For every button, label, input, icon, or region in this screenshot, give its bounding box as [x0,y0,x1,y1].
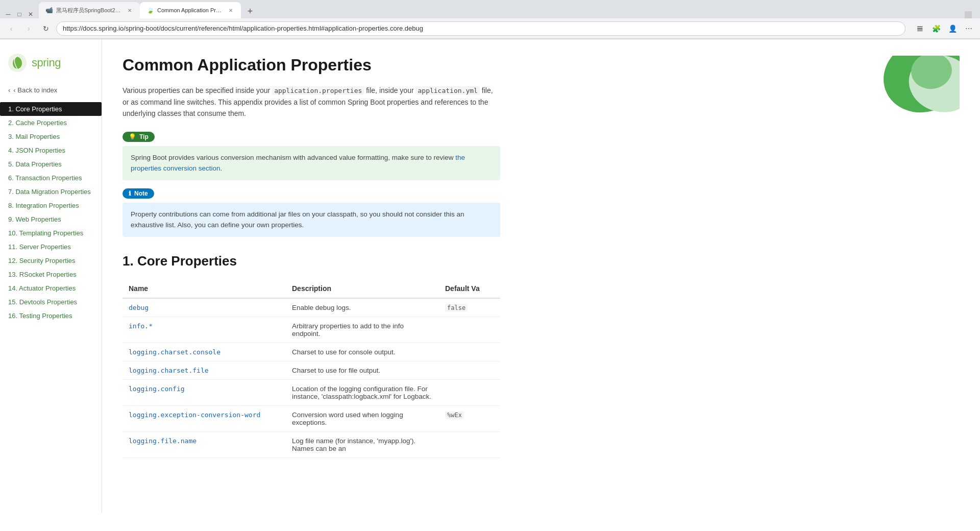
forward-button[interactable]: › [21,21,36,36]
note-body: Property contributions can come from add… [122,203,500,237]
prop-default-cell: %wEx [439,405,500,431]
prop-name-cell: logging.config [122,379,286,405]
refresh-button[interactable]: ↻ [39,21,53,36]
sidebar-item-core[interactable]: 1. Core Properties [0,102,102,116]
browser-control-1 [965,11,972,18]
page-wrapper: spring ‹ ‹ Back to index 1. Core Propert… [0,39,980,513]
intro-code-1: application.properties [272,86,364,95]
tab-favicon-other: 📹 [45,6,53,14]
note-body-text: Property contributions can come from add… [131,210,464,229]
sidebar-item-security[interactable]: 12. Security Properties [0,254,102,268]
prop-desc-cell: Arbitrary properties to add to the info … [286,317,439,343]
tip-body: Spring Boot provides various conversion … [122,146,500,180]
tip-badge-text: Tip [139,133,149,140]
intro-text: Various properties can be specified insi… [122,85,500,119]
profile-btn[interactable]: 👤 [945,21,960,36]
col-header-default: Default Va [439,279,500,298]
prop-name-link-logging-file-name[interactable]: logging.file.name [129,437,197,445]
table-row: logging.charset.file Charset to use for … [122,361,500,379]
table-row: logging.config Location of the logging c… [122,379,500,405]
prop-default-cell [439,361,500,379]
sidebar-item-devtools[interactable]: 15. Devtools Properties [0,295,102,309]
back-to-index-link[interactable]: ‹ ‹ Back to index [0,82,102,98]
note-icon: ℹ [129,190,131,197]
sidebar-nav: 1. Core Properties 2. Cache Properties 3… [0,102,102,323]
url-input[interactable] [56,21,905,36]
sidebar-item-server[interactable]: 11. Server Properties [0,240,102,254]
table-row: logging.exception-conversion-word Conver… [122,405,500,431]
tab-close-other[interactable]: ✕ [126,6,134,14]
sidebar-item-cache[interactable]: 2. Cache Properties [0,116,102,130]
new-tab-button[interactable]: + [243,4,257,18]
tip-link-suffix: . [220,164,223,172]
prop-default-cell [439,317,500,343]
prop-name-link-info[interactable]: info.* [129,322,153,330]
intro-code-2: application.yml [415,86,479,95]
prop-default-cell [439,379,500,405]
window-minimize-btn[interactable]: ─ [4,10,12,18]
table-row: logging.charset.console Charset to use f… [122,343,500,361]
page-title: Common Application Properties [122,56,960,75]
prop-name-cell: logging.charset.file [122,361,286,379]
sidebar-item-templating[interactable]: 10. Templating Properties [0,226,102,240]
sidebar-item-rsocket[interactable]: 13. RSocket Properties [0,268,102,281]
prop-desc-cell: Conversion word used when logging except… [286,405,439,431]
table-row: debug Enable debug logs. false [122,298,500,317]
reader-mode-btn[interactable]: 𝌆 [913,21,927,36]
back-button[interactable]: ‹ [4,21,18,36]
sidebar-item-mail[interactable]: 3. Mail Properties [0,130,102,143]
spring-logo-text: spring [32,56,61,69]
page-content: Common Application Properties Various pr… [122,56,960,458]
tab-label-other: 黑马程序员SpringBoot2全套视频… [56,7,122,14]
prop-default-ecw: %wEx [445,411,464,419]
back-arrow-icon: ‹ [8,86,10,94]
prop-name-link-logging-charset-console[interactable]: logging.charset.console [129,348,220,356]
back-link-text: ‹ Back to index [13,86,57,94]
prop-name-cell: logging.exception-conversion-word [122,405,286,431]
col-header-desc: Description [286,279,439,298]
toolbar-right: 𝌆 🧩 👤 ⋯ [913,21,976,36]
prop-desc-cell: Log file name (for instance, 'myapp.log'… [286,431,439,457]
intro-text-1: Various properties can be specified insi… [122,86,272,94]
more-btn[interactable]: ⋯ [962,21,976,36]
sidebar-item-migration[interactable]: 7. Data Migration Properties [0,185,102,199]
header-svg [847,56,960,117]
prop-name-link-logging-charset-file[interactable]: logging.charset.file [129,367,209,374]
prop-default-cell [439,343,500,361]
prop-name-link-debug[interactable]: debug [129,304,149,311]
table-header-row: Name Description Default Va [122,279,500,298]
note-callout: ℹ Note Property contributions can come f… [122,188,500,237]
prop-name-link-logging-ecw[interactable]: logging.exception-conversion-word [129,411,260,419]
tab-close-active[interactable]: ✕ [227,6,235,14]
sidebar-item-actuator[interactable]: 14. Actuator Properties [0,281,102,295]
sidebar-item-data[interactable]: 5. Data Properties [0,157,102,171]
window-close-btn[interactable]: ✕ [27,10,35,18]
properties-table: Name Description Default Va debug Enable… [122,279,500,458]
col-header-name: Name [122,279,286,298]
prop-default-cell [439,431,500,457]
prop-name-link-logging-config[interactable]: logging.config [129,385,185,393]
sidebar: spring ‹ ‹ Back to index 1. Core Propert… [0,39,102,513]
sidebar-item-integration[interactable]: 8. Integration Properties [0,199,102,212]
tab-label-active: Common Application Properties [157,7,224,13]
tab-active[interactable]: 🍃 Common Application Properties ✕ [140,2,241,18]
extensions-btn[interactable]: 🧩 [929,21,943,36]
spring-logo: spring [0,47,102,82]
sidebar-item-transaction[interactable]: 6. Transaction Properties [0,171,102,185]
spring-icon [8,54,27,72]
table-row: logging.file.name Log file name (for ins… [122,431,500,457]
sidebar-item-json[interactable]: 4. JSON Properties [0,143,102,157]
main-content: Common Application Properties Various pr… [102,39,980,513]
sidebar-item-web[interactable]: 9. Web Properties [0,212,102,226]
tip-icon: 💡 [129,133,136,140]
prop-desc-cell: Charset to use for console output. [286,343,439,361]
tab-other[interactable]: 📹 黑马程序员SpringBoot2全套视频… ✕ [39,2,140,18]
tab-favicon-active: 🍃 [146,6,154,14]
table-row: info.* Arbitrary properties to add to th… [122,317,500,343]
tip-body-text: Spring Boot provides various conversion … [131,154,455,161]
window-maximize-btn[interactable]: □ [15,10,23,18]
intro-text-2: file, inside your [364,86,415,94]
tip-callout: 💡 Tip Spring Boot provides various conve… [122,132,500,180]
prop-default-debug: false [445,304,468,312]
sidebar-item-testing[interactable]: 16. Testing Properties [0,309,102,323]
